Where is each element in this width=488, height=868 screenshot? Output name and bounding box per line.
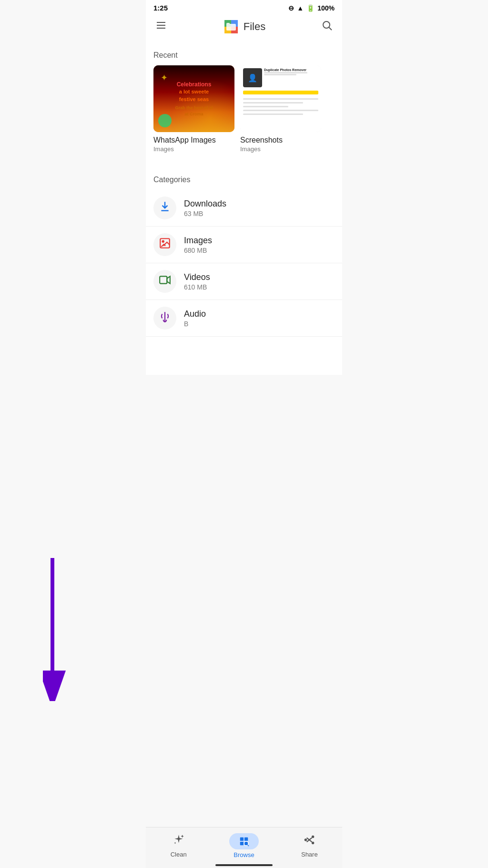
images-name: Images: [184, 236, 335, 246]
images-text: Images 680 MB: [184, 236, 335, 254]
svg-point-20: [312, 842, 314, 844]
bottom-nav: Clean Browse Sha: [146, 827, 342, 868]
category-item-downloads[interactable]: Downloads 63 MB: [146, 190, 342, 227]
wifi-icon: ▲: [297, 4, 304, 12]
audio-text: Audio B: [184, 309, 335, 328]
audio-icon: [159, 310, 171, 326]
svg-point-7: [163, 241, 164, 242]
browse-label: Browse: [234, 851, 254, 858]
nav-item-browse[interactable]: Browse: [211, 831, 276, 860]
top-app-bar: Files: [146, 14, 342, 41]
deco-circle: [158, 114, 172, 127]
svg-line-17: [248, 845, 249, 846]
sp-line1: [264, 72, 307, 73]
nav-item-clean[interactable]: Clean: [146, 832, 211, 860]
recent-section-label: Recent: [146, 41, 342, 65]
sp-line2: [264, 74, 296, 75]
main-content: Recent Celebrations a lot sweete festive…: [146, 41, 342, 375]
recent-scroll: Celebrations a lot sweete festive seas G…: [146, 65, 342, 162]
sp-line4: [243, 102, 303, 103]
promo-text: Celebrations a lot sweete festive seas G…: [170, 76, 217, 122]
clean-label: Clean: [171, 851, 187, 858]
categories-section: Categories Downloads 63 MB: [146, 162, 342, 337]
categories-section-label: Categories: [146, 166, 342, 190]
recent-item-screenshots[interactable]: 👤 Duplicate Photos Remover: [240, 65, 321, 153]
images-icon: [159, 237, 171, 252]
clean-icon: [173, 834, 185, 849]
category-item-audio[interactable]: Audio B: [146, 300, 342, 337]
svg-rect-12: [244, 837, 248, 841]
screenshots-sub: Images: [240, 145, 321, 153]
svg-line-5: [329, 28, 332, 31]
app-logo: [223, 18, 240, 35]
svg-rect-8: [160, 276, 167, 283]
whatsapp-images-sub: Images: [153, 145, 234, 153]
browse-pill: [229, 833, 259, 849]
do-not-disturb-icon: ⊖: [288, 4, 294, 12]
videos-size: 610 MB: [184, 283, 335, 291]
audio-icon-wrap: [153, 307, 176, 330]
svg-point-18: [305, 839, 306, 840]
videos-text: Videos 610 MB: [184, 272, 335, 291]
whatsapp-images-label: WhatsApp Images: [153, 136, 234, 145]
svg-point-19: [312, 836, 314, 837]
battery-percent: 100%: [317, 4, 335, 12]
recent-thumb-screenshots: 👤 Duplicate Photos Remover: [240, 65, 321, 132]
images-icon-wrap: [153, 233, 176, 256]
sp-line7: [243, 114, 303, 115]
app-title: Files: [223, 18, 265, 35]
battery-icon: 🔋: [306, 4, 315, 12]
sp-top-row: 👤 Duplicate Photos Remover: [243, 68, 318, 87]
browse-icon: [239, 836, 249, 847]
videos-icon-wrap: [153, 270, 176, 293]
sp-line3: [243, 98, 318, 100]
recent-item-whatsapp[interactable]: Celebrations a lot sweete festive seas G…: [153, 65, 234, 153]
screenshots-label: Screenshots: [240, 136, 321, 145]
audio-size: B: [184, 320, 335, 328]
sp-button: [243, 91, 318, 94]
home-indicator: [215, 864, 273, 866]
recent-thumb-whatsapp: Celebrations a lot sweete festive seas G…: [153, 65, 234, 132]
share-icon: [303, 834, 315, 849]
status-time: 1:25: [153, 4, 168, 12]
screenshot-preview: 👤 Duplicate Photos Remover: [240, 65, 321, 132]
share-label: Share: [301, 851, 318, 858]
downloads-name: Downloads: [184, 199, 335, 209]
svg-point-4: [323, 21, 330, 28]
svg-rect-11: [240, 837, 244, 841]
menu-button[interactable]: [153, 18, 169, 36]
sp-line6: [243, 110, 318, 111]
audio-name: Audio: [184, 309, 335, 319]
status-bar: 1:25 ⊖ ▲ 🔋 100%: [146, 0, 342, 14]
status-icons: ⊖ ▲ 🔋 100%: [288, 4, 335, 12]
sp-app-name: Duplicate Photos Remover: [264, 68, 318, 72]
videos-name: Videos: [184, 272, 335, 282]
category-item-images[interactable]: Images 680 MB: [146, 227, 342, 263]
app-name: Files: [244, 21, 265, 33]
category-item-videos[interactable]: Videos 610 MB: [146, 263, 342, 300]
search-button[interactable]: [319, 18, 335, 36]
videos-icon: [159, 274, 171, 289]
sp-thumb1: 👤: [243, 68, 262, 87]
sp-right-panel: Duplicate Photos Remover: [264, 68, 318, 87]
downloads-size: 63 MB: [184, 210, 335, 217]
nav-item-share[interactable]: Share: [277, 832, 342, 860]
downloads-icon: [159, 200, 171, 216]
sp-line5: [243, 106, 288, 107]
downloads-text: Downloads 63 MB: [184, 199, 335, 217]
starburst: ✦: [161, 72, 168, 83]
downloads-icon-wrap: [153, 196, 176, 219]
images-size: 680 MB: [184, 247, 335, 254]
svg-rect-13: [240, 842, 244, 845]
